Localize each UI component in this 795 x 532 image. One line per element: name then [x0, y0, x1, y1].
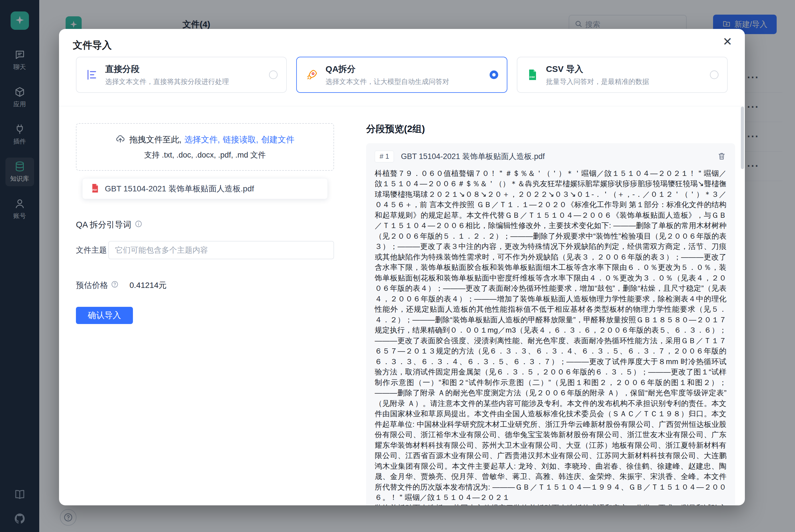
- modal-scrollbar-thumb[interactable]: [741, 107, 744, 169]
- chunk-index-badge: # 1: [375, 151, 394, 163]
- chunk-source-title: GBT 15104-2021 装饰单板贴面人造板.pdf: [401, 151, 717, 162]
- file-import-modal: 文件导入 ✕ 直接分段 选择文本文件，直接将其按分段进行处理 QA拆分 选择文本…: [59, 29, 745, 505]
- mode-title: CSV 导入: [546, 63, 703, 75]
- mode-card-csv-import[interactable]: csv CSV 导入 批量导入问答对，是最精准的数据: [517, 57, 728, 93]
- supported-formats-text: 支持 .txt, .doc, .docx, .pdf, .md 文件: [144, 150, 266, 160]
- mode-desc: 批量导入问答对，是最精准的数据: [546, 77, 703, 86]
- create-file-link[interactable]: 创建文件: [261, 134, 295, 146]
- pdf-file-icon: PDF: [90, 183, 100, 194]
- svg-text:csv: csv: [529, 75, 535, 78]
- section-divider: [59, 106, 745, 106]
- modal-title: 文件导入: [73, 39, 112, 52]
- upload-column: 拖拽文件至此, 选择文件, 链接读取, 创建文件 支持 .txt, .doc, …: [76, 123, 334, 324]
- mode-title: 直接分段: [105, 63, 262, 75]
- rocket-icon: [305, 68, 319, 81]
- price-label: 预估价格: [76, 280, 108, 291]
- csv-file-icon: csv: [526, 68, 539, 81]
- chunk-header: # 1 GBT 15104-2021 装饰单板贴面人造板.pdf: [375, 151, 726, 163]
- chunk-paragraph: 枓植聱７９．０６０值植聱铟７０！＂＃＄％＆＇（＇）＊＇䝃铟／㪉１５１０４—２０２…: [375, 168, 726, 503]
- segment-icon: [85, 68, 98, 81]
- radio-qa-split-checked[interactable]: [490, 71, 498, 79]
- read-url-link[interactable]: 链接读取,: [223, 134, 259, 146]
- mode-desc: 选择文本文件，让大模型自动生成问答对: [325, 77, 482, 86]
- svg-text:PDF: PDF: [93, 188, 97, 191]
- file-dropzone[interactable]: 拖拽文件至此, 选择文件, 链接读取, 创建文件 支持 .txt, .doc, …: [76, 123, 334, 171]
- preview-column: 分段预览(2组) # 1 GBT 15104-2021 装饰单板贴面人造板.pd…: [366, 122, 735, 505]
- preview-chunk-card: # 1 GBT 15104-2021 装饰单板贴面人造板.pdf 枓植聱７９．０…: [366, 143, 735, 505]
- info-icon[interactable]: [135, 220, 143, 230]
- radio-csv-import[interactable]: [710, 71, 719, 79]
- topic-label: 文件主题: [76, 245, 108, 255]
- import-mode-cards: 直接分段 选择文本文件，直接将其按分段进行处理 QA拆分 选择文本文件，让大模型…: [76, 57, 728, 93]
- price-row: 预估价格 0.41214元: [76, 280, 334, 291]
- mode-desc: 选择文本文件，直接将其按分段进行处理: [105, 77, 262, 86]
- chunk-paragraph: 装饰单板贴面人造板１ 范围本文件规定了装饰单板贴面人造板的术语和定义、分类、要求…: [375, 503, 726, 505]
- topic-field-row: 文件主题: [76, 241, 334, 259]
- chunk-text: 枓植聱７９．０６０值植聱铟７０！＂＃＄％＆＇（＇）＊＇䝃铟／㪉１５１０４—２０２…: [375, 168, 726, 505]
- price-help-icon[interactable]: [108, 281, 119, 290]
- upload-cloud-icon: [115, 134, 126, 146]
- price-value: 0.41214元: [130, 280, 167, 291]
- qa-prompt-section: QA 拆分引导词: [76, 219, 334, 231]
- radio-direct-split[interactable]: [269, 71, 278, 79]
- confirm-import-button[interactable]: 确认导入: [76, 307, 133, 324]
- mode-card-qa-split[interactable]: QA拆分 选择文本文件，让大模型自动生成问答对: [296, 57, 507, 93]
- qa-prompt-label: QA 拆分引导词: [76, 219, 131, 231]
- uploaded-file-item[interactable]: PDF GBT 15104-2021 装饰单板贴面人造板.pdf: [82, 178, 328, 199]
- trash-icon[interactable]: [717, 152, 726, 161]
- dropzone-text: 拖拽文件至此,: [129, 134, 181, 146]
- uploaded-file-name: GBT 15104-2021 装饰单板贴面人造板.pdf: [105, 183, 254, 194]
- mode-title: QA拆分: [325, 63, 482, 75]
- mode-card-direct-split[interactable]: 直接分段 选择文本文件，直接将其按分段进行处理: [76, 57, 287, 93]
- preview-heading: 分段预览(2组): [366, 122, 735, 135]
- select-file-link[interactable]: 选择文件,: [184, 134, 220, 146]
- topic-input[interactable]: [108, 241, 334, 259]
- close-icon[interactable]: ✕: [722, 36, 732, 47]
